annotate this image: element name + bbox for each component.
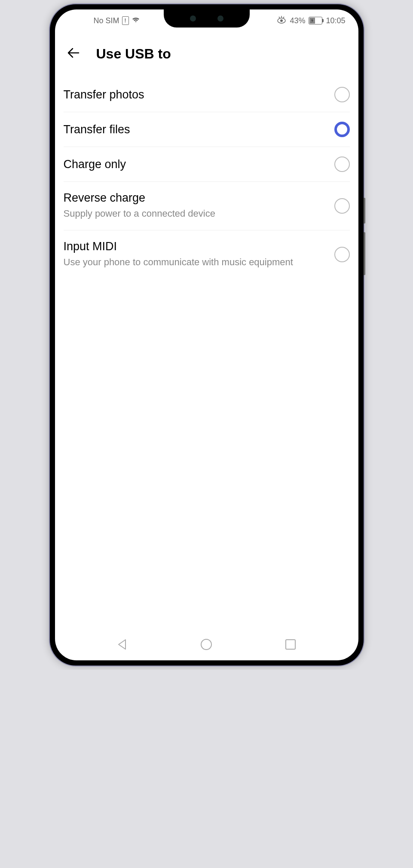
radio-button[interactable] <box>334 247 350 262</box>
option-title: Input MIDI <box>64 240 326 253</box>
wifi-icon <box>132 16 140 25</box>
option-title: Transfer files <box>64 123 326 136</box>
options-list: Transfer photos Transfer files Charge on… <box>55 77 358 279</box>
svg-line-4 <box>283 17 284 18</box>
nav-back-button[interactable] <box>112 634 133 657</box>
option-reverse-charge[interactable]: Reverse charge Supply power to a connect… <box>64 182 350 230</box>
back-arrow-icon <box>66 45 81 61</box>
page-title: Use USB to <box>96 46 171 62</box>
option-transfer-photos[interactable]: Transfer photos <box>64 77 350 112</box>
option-subtitle: Supply power to a connected device <box>64 207 326 221</box>
back-button[interactable] <box>64 43 83 64</box>
sim-status-text: No SIM <box>94 16 119 25</box>
option-input-midi[interactable]: Input MIDI Use your phone to communicate… <box>64 230 350 279</box>
phone-frame: No SIM ! 43% <box>50 4 364 666</box>
option-charge-only[interactable]: Charge only <box>64 147 350 182</box>
nav-recent-button[interactable] <box>280 634 301 657</box>
radio-button[interactable] <box>334 156 350 172</box>
sim-icon: ! <box>122 16 129 25</box>
phone-screen: No SIM ! 43% <box>55 9 358 660</box>
option-transfer-files[interactable]: Transfer files <box>64 112 350 147</box>
header: Use USB to <box>55 30 358 77</box>
navigation-bar <box>55 630 358 660</box>
option-title: Transfer photos <box>64 88 326 101</box>
circle-home-icon <box>200 638 213 651</box>
battery-percent-text: 43% <box>290 16 305 25</box>
nav-home-button[interactable] <box>196 634 217 657</box>
option-subtitle: Use your phone to communicate with music… <box>64 256 326 269</box>
time-text: 10:05 <box>326 16 345 25</box>
eye-icon <box>277 16 286 26</box>
triangle-back-icon <box>116 638 129 651</box>
radio-button[interactable] <box>334 198 350 214</box>
option-title: Reverse charge <box>64 191 326 205</box>
option-title: Charge only <box>64 158 326 171</box>
notch <box>164 9 250 28</box>
radio-button-selected[interactable] <box>334 122 350 137</box>
battery-icon <box>309 17 322 25</box>
square-recent-icon <box>284 638 297 651</box>
svg-point-5 <box>201 639 211 650</box>
svg-line-3 <box>279 17 280 18</box>
svg-point-1 <box>280 19 283 22</box>
svg-rect-6 <box>286 640 295 649</box>
radio-button[interactable] <box>334 87 350 102</box>
